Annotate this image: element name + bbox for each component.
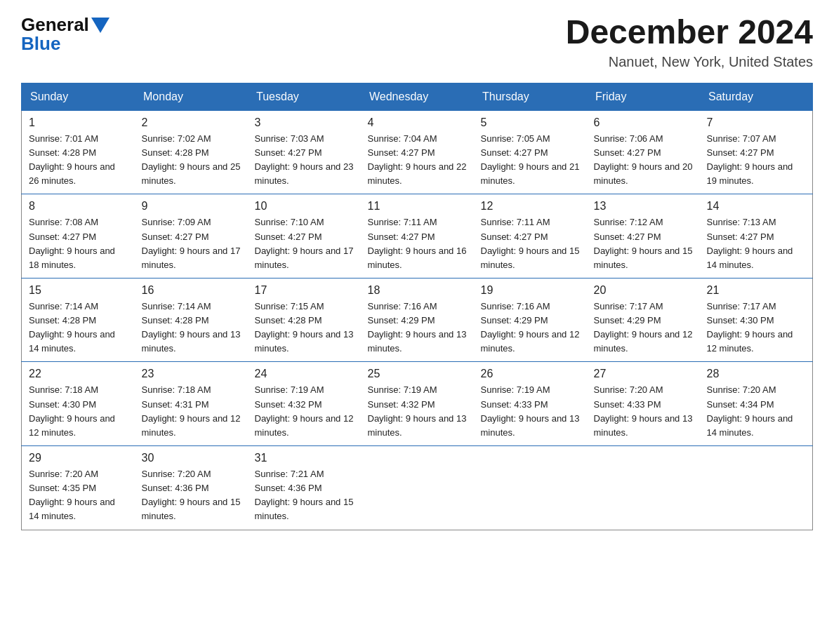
calendar-cell: 3Sunrise: 7:03 AMSunset: 4:27 PMDaylight… <box>248 110 361 194</box>
day-info: Sunrise: 7:20 AMSunset: 4:33 PMDaylight:… <box>594 383 693 440</box>
day-info: Sunrise: 7:02 AMSunset: 4:28 PMDaylight:… <box>142 132 241 189</box>
week-row-3: 15Sunrise: 7:14 AMSunset: 4:28 PMDayligh… <box>22 278 813 362</box>
day-info: Sunrise: 7:05 AMSunset: 4:27 PMDaylight:… <box>481 132 580 189</box>
calendar-cell: 9Sunrise: 7:09 AMSunset: 4:27 PMDaylight… <box>135 194 248 279</box>
day-number: 4 <box>368 116 467 129</box>
calendar-cell: 4Sunrise: 7:04 AMSunset: 4:27 PMDaylight… <box>361 110 474 194</box>
week-row-4: 22Sunrise: 7:18 AMSunset: 4:30 PMDayligh… <box>22 362 813 446</box>
calendar-cell: 28Sunrise: 7:20 AMSunset: 4:34 PMDayligh… <box>700 362 813 446</box>
day-number: 11 <box>368 200 467 213</box>
calendar-cell: 15Sunrise: 7:14 AMSunset: 4:28 PMDayligh… <box>22 278 135 362</box>
calendar-cell: 7Sunrise: 7:07 AMSunset: 4:27 PMDaylight… <box>700 110 813 194</box>
day-info: Sunrise: 7:19 AMSunset: 4:32 PMDaylight:… <box>368 383 467 440</box>
calendar-cell: 18Sunrise: 7:16 AMSunset: 4:29 PMDayligh… <box>361 278 474 362</box>
day-number: 16 <box>142 284 241 297</box>
day-number: 7 <box>707 116 806 129</box>
header-friday: Friday <box>587 83 700 110</box>
day-info: Sunrise: 7:17 AMSunset: 4:30 PMDaylight:… <box>707 300 806 356</box>
calendar-cell: 13Sunrise: 7:12 AMSunset: 4:27 PMDayligh… <box>587 194 700 279</box>
calendar-cell <box>700 446 813 530</box>
week-row-2: 8Sunrise: 7:08 AMSunset: 4:27 PMDaylight… <box>22 194 813 279</box>
day-info: Sunrise: 7:14 AMSunset: 4:28 PMDaylight:… <box>29 300 128 356</box>
header-thursday: Thursday <box>474 83 587 110</box>
day-info: Sunrise: 7:01 AMSunset: 4:28 PMDaylight:… <box>29 132 128 189</box>
day-info: Sunrise: 7:11 AMSunset: 4:27 PMDaylight:… <box>368 215 467 272</box>
calendar-cell: 17Sunrise: 7:15 AMSunset: 4:28 PMDayligh… <box>248 278 361 362</box>
day-info: Sunrise: 7:17 AMSunset: 4:29 PMDaylight:… <box>594 300 693 356</box>
calendar-cell: 11Sunrise: 7:11 AMSunset: 4:27 PMDayligh… <box>361 194 474 279</box>
day-info: Sunrise: 7:06 AMSunset: 4:27 PMDaylight:… <box>594 132 693 189</box>
day-info: Sunrise: 7:03 AMSunset: 4:27 PMDaylight:… <box>255 132 354 189</box>
day-info: Sunrise: 7:04 AMSunset: 4:27 PMDaylight:… <box>368 132 467 189</box>
day-info: Sunrise: 7:21 AMSunset: 4:36 PMDaylight:… <box>255 467 354 524</box>
title-block: December 2024 Nanuet, New York, United S… <box>566 14 813 70</box>
day-number: 12 <box>481 200 580 213</box>
day-number: 9 <box>142 200 241 213</box>
day-number: 20 <box>594 284 693 297</box>
calendar-cell: 16Sunrise: 7:14 AMSunset: 4:28 PMDayligh… <box>135 278 248 362</box>
calendar-cell: 23Sunrise: 7:18 AMSunset: 4:31 PMDayligh… <box>135 362 248 446</box>
day-info: Sunrise: 7:18 AMSunset: 4:31 PMDaylight:… <box>142 383 241 440</box>
day-number: 17 <box>255 284 354 297</box>
calendar-title: December 2024 <box>566 14 813 51</box>
day-number: 21 <box>707 284 806 297</box>
day-info: Sunrise: 7:16 AMSunset: 4:29 PMDaylight:… <box>368 300 467 356</box>
day-info: Sunrise: 7:15 AMSunset: 4:28 PMDaylight:… <box>255 300 354 356</box>
header-sunday: Sunday <box>22 83 135 110</box>
calendar-cell: 26Sunrise: 7:19 AMSunset: 4:33 PMDayligh… <box>474 362 587 446</box>
calendar-cell: 27Sunrise: 7:20 AMSunset: 4:33 PMDayligh… <box>587 362 700 446</box>
logo-triangle-icon <box>91 18 110 33</box>
calendar-cell <box>474 446 587 530</box>
day-number: 18 <box>368 284 467 297</box>
day-number: 31 <box>255 452 354 464</box>
calendar-cell: 25Sunrise: 7:19 AMSunset: 4:32 PMDayligh… <box>361 362 474 446</box>
header-monday: Monday <box>135 83 248 110</box>
day-number: 8 <box>29 200 128 213</box>
calendar-cell: 8Sunrise: 7:08 AMSunset: 4:27 PMDaylight… <box>22 194 135 279</box>
day-info: Sunrise: 7:13 AMSunset: 4:27 PMDaylight:… <box>707 215 806 272</box>
day-info: Sunrise: 7:20 AMSunset: 4:35 PMDaylight:… <box>29 467 128 524</box>
calendar-header-row: SundayMondayTuesdayWednesdayThursdayFrid… <box>22 83 813 110</box>
calendar-cell: 6Sunrise: 7:06 AMSunset: 4:27 PMDaylight… <box>587 110 700 194</box>
day-number: 13 <box>594 200 693 213</box>
calendar-cell: 1Sunrise: 7:01 AMSunset: 4:28 PMDaylight… <box>22 110 135 194</box>
day-info: Sunrise: 7:19 AMSunset: 4:32 PMDaylight:… <box>255 383 354 440</box>
day-info: Sunrise: 7:14 AMSunset: 4:28 PMDaylight:… <box>142 300 241 356</box>
calendar-cell: 14Sunrise: 7:13 AMSunset: 4:27 PMDayligh… <box>700 194 813 279</box>
day-number: 28 <box>707 368 806 380</box>
day-info: Sunrise: 7:19 AMSunset: 4:33 PMDaylight:… <box>481 383 580 440</box>
header-tuesday: Tuesday <box>248 83 361 110</box>
day-number: 5 <box>481 116 580 129</box>
logo-blue-text: Blue <box>21 33 110 55</box>
svg-marker-0 <box>91 18 110 33</box>
week-row-5: 29Sunrise: 7:20 AMSunset: 4:35 PMDayligh… <box>22 446 813 530</box>
day-info: Sunrise: 7:09 AMSunset: 4:27 PMDaylight:… <box>142 215 241 272</box>
day-info: Sunrise: 7:08 AMSunset: 4:27 PMDaylight:… <box>29 215 128 272</box>
calendar-cell: 19Sunrise: 7:16 AMSunset: 4:29 PMDayligh… <box>474 278 587 362</box>
header-wednesday: Wednesday <box>361 83 474 110</box>
calendar-cell: 24Sunrise: 7:19 AMSunset: 4:32 PMDayligh… <box>248 362 361 446</box>
day-info: Sunrise: 7:12 AMSunset: 4:27 PMDaylight:… <box>594 215 693 272</box>
day-number: 30 <box>142 452 241 464</box>
calendar-cell: 12Sunrise: 7:11 AMSunset: 4:27 PMDayligh… <box>474 194 587 279</box>
calendar-cell: 31Sunrise: 7:21 AMSunset: 4:36 PMDayligh… <box>248 446 361 530</box>
week-row-1: 1Sunrise: 7:01 AMSunset: 4:28 PMDaylight… <box>22 110 813 194</box>
calendar-cell: 22Sunrise: 7:18 AMSunset: 4:30 PMDayligh… <box>22 362 135 446</box>
calendar-cell: 20Sunrise: 7:17 AMSunset: 4:29 PMDayligh… <box>587 278 700 362</box>
calendar-cell <box>361 446 474 530</box>
day-info: Sunrise: 7:07 AMSunset: 4:27 PMDaylight:… <box>707 132 806 189</box>
day-number: 6 <box>594 116 693 129</box>
day-number: 15 <box>29 284 128 297</box>
calendar-cell: 10Sunrise: 7:10 AMSunset: 4:27 PMDayligh… <box>248 194 361 279</box>
calendar-cell: 30Sunrise: 7:20 AMSunset: 4:36 PMDayligh… <box>135 446 248 530</box>
day-number: 22 <box>29 368 128 380</box>
day-number: 1 <box>29 116 128 129</box>
day-info: Sunrise: 7:11 AMSunset: 4:27 PMDaylight:… <box>481 215 580 272</box>
calendar-subtitle: Nanuet, New York, United States <box>566 54 813 70</box>
day-number: 23 <box>142 368 241 380</box>
day-number: 25 <box>368 368 467 380</box>
day-number: 29 <box>29 452 128 464</box>
page-header: General Blue December 2024 Nanuet, New Y… <box>21 14 813 70</box>
calendar-cell <box>587 446 700 530</box>
day-number: 10 <box>255 200 354 213</box>
